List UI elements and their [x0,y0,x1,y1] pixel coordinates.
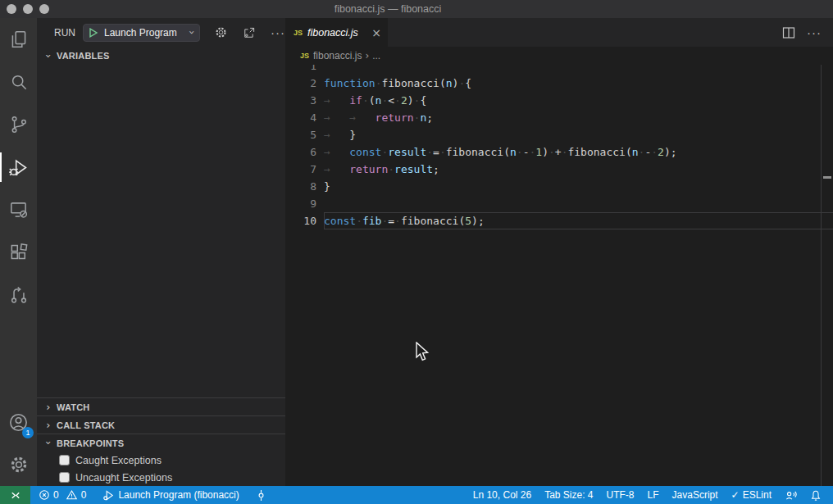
tab-size-status[interactable]: Tab Size: 4 [538,486,599,504]
launch-config-name: Launch Program [104,27,190,39]
whitespace-marker: · [388,163,394,175]
run-and-debug-icon[interactable] [0,146,37,188]
line-number[interactable]: 4 [285,109,324,126]
remote-indicator[interactable] [0,486,30,504]
eslint-status[interactable]: ✓ ESLint [725,486,778,504]
code-line[interactable]: 4→→return·n; [285,109,833,126]
code-token: { [465,77,471,89]
line-number[interactable]: 1 [285,65,324,75]
remote-explorer-icon[interactable] [0,188,37,231]
breakpoints-section-header[interactable]: › BREAKPOINTS [37,434,285,452]
breakpoint-row[interactable]: Uncaught Exceptions [37,469,285,486]
close-window-button[interactable] [7,4,16,14]
scrollbar-track[interactable] [821,65,822,486]
problems-status[interactable]: 0 0 [34,486,91,504]
language-mode-status[interactable]: JavaScript [666,486,725,504]
breadcrumb-symbol[interactable]: ... [372,50,380,61]
javascript-file-icon: JS [294,29,303,37]
line-number[interactable]: 8 [285,178,324,195]
breakpoint-checkbox[interactable] [59,472,70,483]
call-stack-section-header[interactable]: › CALL STACK [37,415,285,434]
extensions-icon[interactable] [0,231,37,274]
breadcrumb-file[interactable]: fibonacci.js [313,50,362,61]
variables-section-label: VARIABLES [57,51,110,61]
code-editor[interactable]: 12function·fibonacci(n)·{3→if·(n·<·2)·{4… [285,65,833,486]
editor-more-actions-icon[interactable]: ··· [807,25,822,39]
code-line[interactable]: 7→return·result; [285,161,833,178]
code-token: ) [542,146,549,158]
breakpoint-checkbox[interactable] [59,455,70,465]
accounts-icon[interactable]: 1 [0,401,37,443]
debug-config-label: Launch Program (fibonacci) [118,489,239,501]
code-token: 2 [401,94,407,107]
editor-group: JS fibonacci.js × ··· JS fibonacci.js › … [285,18,833,486]
launch-config-dropdown[interactable]: Launch Program › [83,24,200,42]
whitespace-marker: · [549,146,555,158]
whitespace-marker: · [651,146,658,158]
code-token: fibonacci [567,146,625,158]
code-line[interactable]: 1 [285,65,833,75]
remote-icon [9,489,21,502]
encoding-status[interactable]: UTF-8 [600,486,641,504]
code-token: ) [471,215,478,227]
code-token: ( [369,94,376,107]
minimize-window-button[interactable] [23,4,33,14]
cursor-position-status[interactable]: Ln 10, Col 26 [467,486,538,504]
code-token: const [349,146,381,158]
line-number[interactable]: 5 [285,126,324,143]
breakpoint-label: Caught Exceptions [75,455,162,466]
code-line[interactable]: 8} [285,178,833,195]
explorer-icon[interactable] [0,18,37,61]
line-number[interactable]: 9 [285,195,324,212]
views-more-actions-icon[interactable]: ··· [271,25,285,39]
call-stack-section-label: CALL STACK [57,420,115,430]
whitespace-marker: · [517,146,523,158]
code-line[interactable]: 3→if·(n·<·2)·{ [285,92,833,109]
search-icon[interactable] [0,61,37,103]
split-editor-icon[interactable] [782,26,795,39]
whitespace-marker: · [439,146,446,158]
code-line[interactable]: 2function·fibonacci(n)·{ [285,75,833,92]
notifications-status[interactable] [803,486,828,504]
close-tab-icon[interactable]: × [371,26,381,39]
code-token: fibonacci [446,146,503,158]
accounts-badge: 1 [22,427,34,438]
variables-section-header[interactable]: › VARIABLES [37,47,285,65]
configure-gear-icon[interactable] [214,25,228,39]
code-line[interactable]: 5→} [285,126,833,143]
errors-icon [39,489,50,501]
vscode-window: fibonacci.js — fibonacci [0,0,833,504]
line-number[interactable]: 6 [285,143,324,161]
feedback-status[interactable] [778,486,803,504]
code-line[interactable]: 6→const·result·=·fibonacci(n·-·1)·+·fibo… [285,143,833,161]
run-panel-title: RUN [54,27,75,39]
debug-console-icon[interactable] [242,25,257,40]
eol-status[interactable]: LF [641,486,666,504]
tab-label: fibonacci.js [307,27,366,39]
pull-requests-icon[interactable] [0,274,37,316]
code-token: } [349,129,356,141]
watch-section-header[interactable]: › WATCH [37,397,285,415]
source-control-icon[interactable] [0,103,37,146]
code-line[interactable]: 10const·fib·=·fibonacci(5); [285,212,833,229]
line-number[interactable]: 3 [285,92,324,109]
status-bar: 0 0 Launch Program (fibonacci) Ln 10, Co… [0,486,833,504]
tab-bar: JS fibonacci.js × ··· [285,18,833,47]
line-number[interactable]: 7 [285,161,324,178]
start-debug-icon[interactable] [89,28,98,38]
line-number[interactable]: 2 [285,75,324,92]
code-line[interactable]: 9 [285,195,833,212]
code-line-content: function·fibonacci(n)·{ [324,75,833,92]
code-token: ; [671,146,677,158]
chevron-right-icon: › [43,401,53,413]
debug-launch-status[interactable]: Launch Program (fibonacci) [98,486,244,504]
whitespace-marker: → [324,161,349,178]
ports-status[interactable] [251,486,271,504]
line-number[interactable]: 10 [285,212,324,229]
code-token: 1 [535,146,542,158]
code-token: return [349,163,388,175]
breakpoint-row[interactable]: Caught Exceptions [37,452,285,469]
maximize-window-button[interactable] [39,4,49,14]
tab-fibonacci-js[interactable]: JS fibonacci.js × [285,18,388,47]
settings-gear-icon[interactable] [0,443,37,486]
